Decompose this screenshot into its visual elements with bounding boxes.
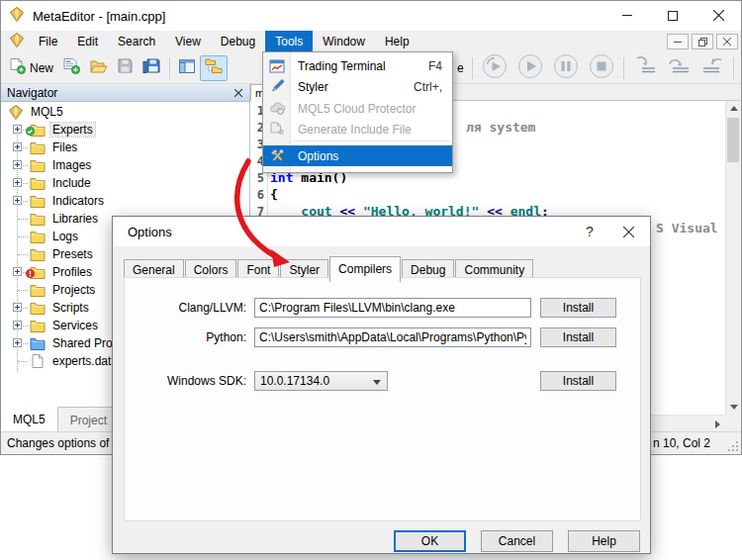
menu-file[interactable]: File — [29, 31, 67, 52]
save-all-button[interactable] — [138, 55, 165, 81]
code-token: { — [270, 187, 278, 202]
menu-item-trading-terminal[interactable]: Trading TerminalF4 — [263, 55, 452, 76]
dialog-help-button[interactable]: ? — [574, 217, 605, 246]
status-hint: Changes options of I — [7, 436, 116, 450]
folder-blue-icon — [29, 337, 46, 350]
expand-icon[interactable] — [13, 125, 22, 134]
open-folder-icon — [90, 59, 108, 77]
menu-item-label: Generate Include File — [298, 123, 452, 137]
step-over-button[interactable] — [662, 55, 696, 81]
resize-grip[interactable] — [727, 440, 739, 452]
navigator-close-button[interactable] — [232, 86, 245, 100]
metaeditor-logo-icon — [9, 7, 25, 26]
dialog-title-bar: Options ? — [113, 217, 650, 246]
expand-icon[interactable] — [13, 303, 22, 312]
tree-item-libraries[interactable]: Libraries — [1, 210, 100, 228]
options-icon — [263, 148, 291, 163]
new-file-label: New — [30, 61, 53, 75]
tree-item-projects[interactable]: Projects — [1, 281, 97, 299]
menu-debug[interactable]: Debug — [211, 31, 265, 52]
folder-icon — [29, 231, 46, 243]
check-badge-icon — [26, 125, 35, 139]
minimize-button[interactable] — [604, 1, 650, 30]
step-into-button[interactable] — [628, 55, 662, 81]
cursor-position: n 10, Col 2 — [653, 436, 710, 450]
expand-icon[interactable] — [13, 142, 22, 151]
pause-debug-button[interactable] — [548, 55, 584, 81]
vertical-scrollbar[interactable] — [725, 101, 740, 415]
tree-item-mql5[interactable]: MQL5 — [1, 103, 65, 121]
tree-item-logs[interactable]: Logs — [1, 228, 80, 245]
stop-debug-button[interactable] — [584, 55, 619, 81]
tree-item-presets[interactable]: Presets — [1, 245, 95, 263]
dialog-tab-compilers[interactable]: Compilers — [329, 256, 401, 282]
navigator-header: Navigator — [1, 84, 249, 102]
tab-project[interactable]: Project — [58, 408, 120, 432]
close-button[interactable] — [696, 1, 741, 30]
expand-icon[interactable] — [13, 338, 22, 347]
folder-icon — [29, 159, 46, 172]
scroll-right-icon[interactable] — [710, 417, 725, 431]
help-button[interactable]: Help — [568, 530, 640, 552]
menu-window[interactable]: Window — [313, 31, 375, 52]
open-button[interactable] — [85, 55, 113, 81]
expand-icon[interactable] — [13, 196, 22, 205]
menu-item-options[interactable]: Options — [263, 145, 452, 166]
dialog-close-button[interactable] — [612, 217, 644, 246]
line-number: 6 — [250, 188, 264, 202]
expand-icon[interactable] — [13, 178, 22, 187]
pause-icon — [553, 53, 579, 83]
clang-llvm-input[interactable] — [254, 298, 531, 318]
menu-item-generate-include-file[interactable]: Generate Include File — [263, 119, 452, 140]
maximize-button[interactable] — [650, 1, 696, 30]
mdi-close-button[interactable] — [716, 34, 738, 49]
menu-search[interactable]: Search — [108, 31, 165, 52]
menu-edit[interactable]: Edit — [67, 31, 108, 52]
cancel-button[interactable]: Cancel — [481, 530, 553, 552]
scroll-down-icon[interactable] — [726, 400, 741, 415]
ok-button[interactable]: OK — [394, 530, 466, 552]
install-button-2[interactable]: Install — [540, 371, 616, 391]
tree-item-label: Include — [50, 176, 93, 190]
folder-tree-icon — [205, 58, 223, 77]
folder-icon — [29, 195, 46, 208]
code-line: 6{ — [250, 187, 725, 204]
expand-icon[interactable] — [13, 267, 22, 276]
vertical-scroll-thumb[interactable] — [727, 118, 739, 162]
new-file-button[interactable]: New — [5, 55, 58, 81]
folder-icon — [29, 266, 46, 279]
tree-item-label: Images — [50, 158, 93, 172]
mdi-restore-button[interactable] — [692, 34, 713, 49]
start-profiling-button[interactable] — [477, 55, 512, 81]
tree-item-label: Presets — [50, 247, 95, 261]
expand-icon[interactable] — [13, 160, 22, 169]
tree-item-experts-dat[interactable]: experts.dat — [1, 352, 113, 370]
save-icon — [118, 58, 133, 77]
install-button-1[interactable]: Install — [540, 327, 616, 347]
toggle-navigator-button[interactable] — [174, 55, 200, 81]
tab-mql5[interactable]: MQL5 — [1, 407, 58, 431]
install-button-0[interactable]: Install — [540, 298, 616, 318]
windows-sdk-select[interactable]: 10.0.17134.0 — [254, 371, 388, 391]
scroll-up-icon[interactable] — [726, 101, 741, 116]
line-number: 5 — [250, 171, 264, 185]
expand-icon[interactable] — [13, 321, 22, 329]
python-input[interactable] — [254, 327, 531, 347]
menu-item-label: Trading Terminal — [298, 59, 428, 73]
menu-item-styler[interactable]: StylerCtrl+, — [263, 76, 452, 97]
menu-item-label: MQL5 Cloud Protector — [298, 102, 452, 116]
compile-button-fragment[interactable]: e — [457, 61, 464, 75]
file-icon — [29, 354, 46, 368]
menu-view[interactable]: View — [165, 31, 211, 52]
save-button[interactable] — [113, 55, 138, 81]
start-debug-button[interactable] — [512, 55, 548, 81]
run-to-cursor-button[interactable] — [738, 55, 742, 81]
show-files-tree-button[interactable] — [200, 55, 228, 81]
menu-tools[interactable]: Tools — [265, 31, 313, 52]
new-project-button[interactable] — [58, 55, 85, 81]
step-out-button[interactable] — [696, 55, 729, 81]
menu-item-mql5-cloud-protector[interactable]: MQL5 Cloud Protector — [263, 98, 452, 119]
menu-help[interactable]: Help — [375, 31, 419, 52]
code-text: S Visual S — [656, 221, 725, 235]
mdi-minimize-button[interactable] — [667, 34, 689, 49]
